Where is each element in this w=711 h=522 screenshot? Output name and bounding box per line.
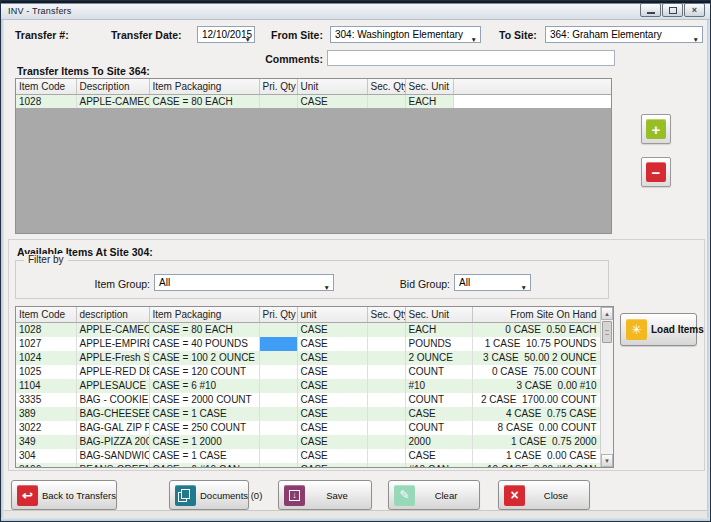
remove-item-button[interactable]: − (641, 157, 671, 187)
grid-cell[interactable] (259, 379, 297, 393)
grid-cell[interactable]: 389 (16, 407, 76, 421)
grid-cell[interactable]: 304 (16, 449, 76, 463)
grid-cell[interactable] (259, 322, 297, 337)
table-row[interactable]: 1104APPLESAUCE USDCASE = 6 #10CASE#103 C… (16, 379, 600, 393)
column-header[interactable]: Sec. Unit (405, 79, 453, 94)
grid-cell[interactable]: BAG-GAL ZIP FRE (76, 421, 149, 435)
table-row[interactable]: 1028APPLE-CAMEO UCASE = 80 EACHCASEEACH (16, 94, 611, 108)
documents-button[interactable]: Documents (0) (169, 480, 249, 510)
grid-cell[interactable] (259, 393, 297, 407)
vertical-scrollbar[interactable]: ▲ ▼ (600, 307, 613, 467)
grid-cell[interactable]: CASE (297, 393, 367, 407)
column-header[interactable]: Sec. Qty (367, 79, 405, 94)
grid-cell[interactable]: CASE (297, 463, 367, 469)
grid-cell[interactable]: 1027 (16, 337, 76, 351)
grid-cell[interactable] (367, 94, 405, 108)
grid-cell[interactable] (367, 463, 405, 469)
grid-cell[interactable]: CASE = 6 #10 CAN (149, 463, 259, 469)
grid-cell[interactable] (259, 94, 297, 108)
grid-cell[interactable] (259, 365, 297, 379)
grid-cell[interactable]: APPLESAUCE USD (76, 379, 149, 393)
grid-cell[interactable] (367, 379, 405, 393)
grid-cell[interactable] (367, 365, 405, 379)
grid-cell[interactable]: BAG-SANDWICH (76, 449, 149, 463)
grid-cell[interactable]: COUNT (405, 421, 472, 435)
scroll-down-button[interactable]: ▼ (601, 454, 613, 467)
grid-cell[interactable]: BAG-PIZZA 2000 (76, 435, 149, 449)
bid-group-select[interactable]: All ▼ (454, 274, 531, 291)
grid-cell[interactable]: POUNDS (405, 337, 472, 351)
column-header[interactable]: Item Packaging (149, 79, 259, 94)
grid-cell[interactable]: CASE (297, 322, 367, 337)
transfer-date-picker[interactable]: 12/10/2015 ▼ (197, 26, 255, 43)
clear-button[interactable]: ✎ Clear (388, 480, 480, 510)
grid-cell[interactable]: CASE = 1 CASE (149, 449, 259, 463)
grid-cell[interactable]: CASE (297, 407, 367, 421)
table-row[interactable]: 1028APPLE-CAMEO UCASE = 80 EACHCASEEACH0… (16, 322, 600, 337)
minimize-button[interactable] (640, 3, 661, 17)
grid-cell[interactable]: 1024 (16, 351, 76, 365)
grid-cell[interactable]: CASE = 2000 COUNT (149, 393, 259, 407)
table-row[interactable]: 389BAG-CHEESEBURCASE = 1 CASECASECASE4 C… (16, 407, 600, 421)
grid-cell[interactable] (367, 421, 405, 435)
grid-cell[interactable] (367, 351, 405, 365)
back-to-transfers-button[interactable]: ↩ Back to Transfers (11, 480, 117, 510)
to-site-select[interactable]: 364: Graham Elementary ▼ (545, 26, 703, 43)
add-item-button[interactable]: + (641, 114, 671, 144)
column-header[interactable]: Item Packaging (149, 307, 259, 322)
grid-cell[interactable]: BAG-CHEESEBUR (76, 407, 149, 421)
grid-cell[interactable]: CASE = 40 POUNDS (149, 337, 259, 351)
grid-cell[interactable]: CASE (297, 449, 367, 463)
grid-cell[interactable]: CASE (297, 435, 367, 449)
load-items-button[interactable]: ✳ Load Items (620, 313, 697, 346)
grid-cell[interactable]: CASE = 1 2000 (149, 435, 259, 449)
grid-cell[interactable] (367, 407, 405, 421)
grid-cell[interactable]: 1028 (16, 322, 76, 337)
scroll-up-button[interactable]: ▲ (601, 307, 613, 320)
grid-cell[interactable]: CASE = 250 COUNT (149, 421, 259, 435)
grid-cell[interactable]: 0 CASE 75.00 COUNT (472, 365, 600, 379)
table-row[interactable]: 1027APPLE-EMPIRE U:CASE = 40 POUNDSCASEP… (16, 337, 600, 351)
grid-cell[interactable]: 349 (16, 435, 76, 449)
grid-cell[interactable]: CASE = 6 #10 (149, 379, 259, 393)
column-header[interactable]: From Site On Hand (472, 307, 600, 322)
save-button[interactable]: ↓ Save (278, 480, 372, 510)
close-button[interactable]: × Close (498, 480, 590, 510)
scrollbar-thumb[interactable] (602, 321, 612, 343)
table-row[interactable]: 1025APPLE-RED DELCASE = 120 COUNTCASECOU… (16, 365, 600, 379)
grid-cell[interactable]: 8 CASE 0.00 COUNT (472, 421, 600, 435)
close-window-button[interactable]: × (684, 3, 705, 17)
column-header[interactable]: Sec. Unit (405, 307, 472, 322)
grid-cell[interactable] (259, 337, 297, 351)
grid-cell[interactable] (367, 435, 405, 449)
grid-cell[interactable]: APPLE-RED DEL (76, 365, 149, 379)
grid-cell[interactable]: 2 OUNCE (405, 351, 472, 365)
grid-cell[interactable]: CASE (297, 421, 367, 435)
grid-cell[interactable] (367, 393, 405, 407)
grid-cell[interactable]: 1025 (16, 365, 76, 379)
grid-cell[interactable]: BAG - COOKIE PC (76, 393, 149, 407)
table-row[interactable]: 304BAG-SANDWICHCASE = 1 CASECASECASE1 CA… (16, 449, 600, 463)
column-header[interactable]: Pri. Qty (259, 307, 297, 322)
grid-cell[interactable]: APPLE-CAMEO U (76, 322, 149, 337)
grid-cell[interactable]: CASE (297, 365, 367, 379)
grid-cell[interactable] (259, 435, 297, 449)
grid-cell[interactable]: COUNT (405, 393, 472, 407)
column-header[interactable]: unit (297, 307, 367, 322)
grid-cell[interactable]: CASE (297, 337, 367, 351)
grid-cell[interactable]: 1 CASE 0.00 CASE (472, 449, 600, 463)
column-header[interactable]: description (76, 307, 149, 322)
grid-cell[interactable]: 2000 (405, 435, 472, 449)
grid-cell[interactable] (259, 463, 297, 469)
grid-cell[interactable]: CASE (297, 379, 367, 393)
column-header[interactable]: Description (76, 79, 149, 94)
column-header[interactable]: Pri. Qty (259, 79, 297, 94)
grid-cell[interactable]: CASE = 80 EACH (149, 322, 259, 337)
comments-input[interactable] (327, 50, 615, 66)
grid-cell[interactable]: CASE (405, 449, 472, 463)
grid-cell[interactable]: 3 CASE 0.00 #10 (472, 379, 600, 393)
grid-cell[interactable] (367, 337, 405, 351)
grid-cell[interactable]: CASE = 100 2 OUNCE (149, 351, 259, 365)
column-header[interactable]: Sec. Qty (367, 307, 405, 322)
grid-cell[interactable] (259, 449, 297, 463)
